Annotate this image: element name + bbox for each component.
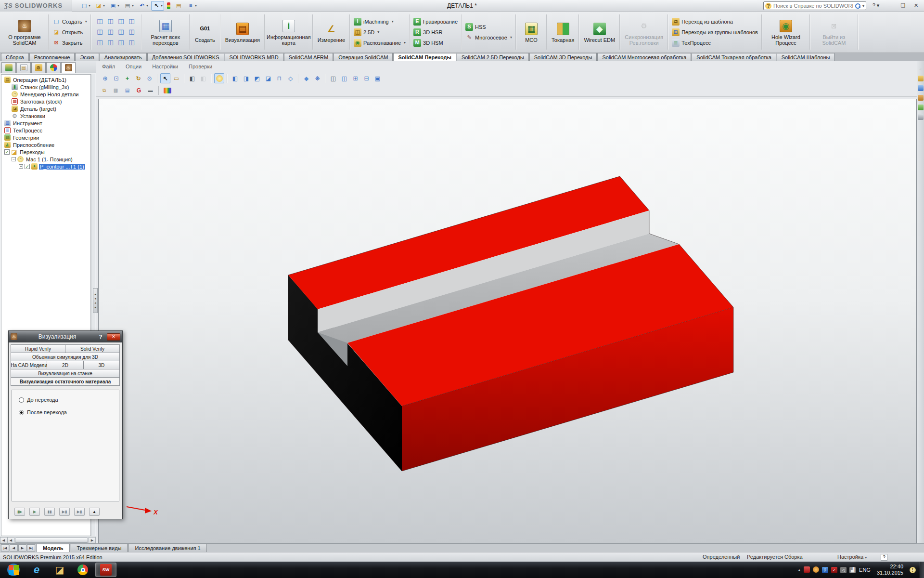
ribbon-button[interactable]: ≣ТехПроцесс [671, 38, 759, 47]
tree-item[interactable]: ◪Деталь (target) [1, 105, 90, 112]
tree-item[interactable]: ▥Инструмент [1, 119, 90, 127]
toolbar-gcode-view[interactable]: ▤ [122, 86, 132, 96]
show-desktop-button[interactable] [920, 562, 924, 578]
file-explorer-tab-icon[interactable] [918, 95, 924, 101]
step-first-button[interactable]: ▮▶ [14, 508, 25, 516]
prev-tab-button[interactable]: ◀ [10, 544, 18, 552]
qat-options-list[interactable]: ≡▾ [185, 1, 198, 11]
dialog-tab[interactable]: Rapid Verify [11, 344, 65, 353]
view-cube-icon[interactable]: ◫ [106, 38, 115, 47]
panel-tab-display-manager[interactable] [46, 62, 61, 73]
help-search-box[interactable]: ? ▾ [763, 1, 866, 10]
toolbar-pan[interactable]: + [122, 73, 132, 83]
search-icon[interactable] [855, 3, 860, 9]
viewport-canvas[interactable]: X [98, 99, 917, 543]
qat-undo[interactable]: ↶▾ [137, 1, 150, 11]
action-center-icon[interactable]: ! [910, 567, 916, 573]
ribbon-button[interactable]: ♨О программе SolidCAM [3, 17, 46, 47]
command-tab[interactable]: Операция SolidCAM [334, 53, 393, 61]
view-cube-icon[interactable]: ◫ [106, 27, 115, 36]
view-cube-icon[interactable]: ◫ [116, 27, 126, 36]
tray-bluetooth-icon[interactable]: ᛒ [822, 566, 828, 574]
tray-network-icon[interactable]: ▟ [849, 566, 856, 574]
custom-props-tab-icon[interactable] [918, 114, 924, 120]
language-indicator[interactable]: ENG [859, 567, 871, 573]
toolbar-view-isometric[interactable]: ◇ [285, 73, 295, 83]
toolbar-tool-colors[interactable] [162, 86, 172, 96]
ribbon-button[interactable]: ∠Измерение [316, 20, 347, 44]
scroll-right-button[interactable]: ▶ [89, 537, 96, 543]
ribbon-button[interactable]: iiMachining▾ [353, 17, 407, 26]
toolbar-section-view[interactable]: ◧ [187, 73, 197, 83]
ribbon-button[interactable]: G01Создать [192, 20, 218, 44]
qat-print[interactable]: ▤▾ [122, 1, 135, 11]
ribbon-button[interactable]: R3D HSR [412, 27, 459, 37]
ribbon-button[interactable]: ⧉Переход из шаблона [671, 17, 759, 26]
panel-tab-solidcam-manager[interactable]: ♨ [61, 62, 76, 73]
toolbar-zoom-in-out[interactable]: ⊙ [144, 73, 154, 83]
tree-item[interactable]: ◭Приспособление [1, 141, 90, 148]
dialog-tab[interactable]: На CAD Модели [11, 361, 47, 369]
task-pane-expand-icon[interactable]: « [919, 67, 922, 72]
checkbox-checked[interactable]: ✓ [25, 164, 30, 169]
view-cube-icon[interactable]: ◫ [127, 16, 136, 26]
command-tab[interactable]: Сборка [1, 53, 29, 61]
dropdown-arrow-icon[interactable]: ▾ [89, 3, 90, 8]
ribbon-button[interactable]: ⊞Переходы из группы шаблонов [671, 27, 759, 37]
toolbar-operations-list[interactable]: ⧉ [99, 86, 109, 96]
qat-save[interactable]: ▣▾ [108, 1, 121, 11]
tree-item[interactable]: ▦Заготовка (stock) [1, 98, 90, 105]
view-cube-icon[interactable]: ◫ [106, 16, 115, 26]
toolbar-viewport-pane-2[interactable]: ◫ [339, 73, 349, 83]
stock-block[interactable] [288, 176, 733, 471]
3d-model[interactable]: X [99, 99, 917, 543]
radio-selected-icon[interactable] [19, 410, 24, 415]
command-tab[interactable]: Анализировать [100, 53, 147, 61]
minimize-button[interactable]: ─ [884, 1, 896, 10]
command-tab[interactable]: SolidCAM Переходы [393, 53, 456, 61]
dropdown-arrow-icon[interactable]: ▾ [161, 3, 163, 8]
view-cube-icon[interactable]: ◫ [95, 38, 104, 47]
first-tab-button[interactable]: |◀ [1, 544, 9, 552]
ribbon-button[interactable]: ⊠Закрыть [51, 38, 88, 47]
toolbar-viewport-pane-3[interactable]: ⊞ [350, 73, 360, 83]
ribbon-button[interactable]: SHSS [464, 22, 513, 31]
menu-Опции[interactable]: Опции [126, 64, 141, 69]
dropdown-arrow-icon[interactable]: ▾ [195, 3, 197, 8]
tree-item[interactable]: ▧Геометрии [1, 134, 90, 141]
dropdown-arrow-icon[interactable]: ▾ [146, 3, 148, 8]
dialog-tab[interactable]: Визуализация остаточного материала [11, 377, 120, 386]
taskbar-chrome[interactable] [72, 563, 93, 577]
toolbar-view-top[interactable]: ⊓ [274, 73, 284, 83]
start-button[interactable] [3, 563, 24, 577]
view-cube-icon[interactable]: ◫ [127, 38, 136, 47]
toolbar-machine-sim[interactable]: ▥ [111, 86, 121, 96]
dropdown-arrow-icon[interactable]: ▾ [103, 3, 105, 8]
ribbon-button[interactable]: ⊠Выйти из SolidCAM [813, 17, 855, 47]
toolbar-viewport-pane-1[interactable]: ◫ [328, 73, 338, 83]
scroll-left2-button[interactable]: ◀ [7, 537, 14, 543]
model-tab[interactable]: Исследование движения 1 [128, 544, 206, 552]
tree-item[interactable]: ▮Станок (gMilling_3x) [1, 83, 90, 91]
radio-icon[interactable] [19, 397, 24, 403]
tree-item[interactable]: ⚙Установки [1, 112, 90, 119]
pause-button[interactable]: ▮▮ [44, 508, 55, 516]
taskbar-internet-explorer[interactable]: e [26, 563, 47, 577]
ribbon-button[interactable]: ◉Распознавание▾ [353, 38, 407, 47]
panel-splitter-handle[interactable]: ◂◂◂◂ [93, 288, 98, 313]
view-cube-icon[interactable]: ◫ [95, 16, 104, 26]
dialog-tab[interactable]: Визуализация на станке [11, 369, 120, 378]
command-tab[interactable]: Эскиз [75, 53, 99, 61]
toolbar-view-front[interactable]: ◧ [230, 73, 240, 83]
model-tab[interactable]: Трехмерные виды [71, 544, 128, 552]
ribbon-button[interactable]: ▤Визуализация [223, 20, 262, 44]
expand-icon[interactable]: + [19, 164, 23, 169]
dialog-title-bar[interactable]: ♨ Визуализация ? ✕ [9, 331, 122, 342]
toolbar-rotate-view[interactable]: ↻ [133, 73, 143, 83]
dialog-tab[interactable]: 3D [83, 361, 120, 369]
toolbar-backplot[interactable]: ▬ [145, 86, 155, 96]
view-cube-icon[interactable]: ◫ [95, 27, 104, 36]
view-cube-icon[interactable]: ◫ [127, 27, 136, 36]
checkbox-checked[interactable]: ✓ [4, 149, 10, 155]
eject-button[interactable]: ▲ [89, 508, 100, 516]
